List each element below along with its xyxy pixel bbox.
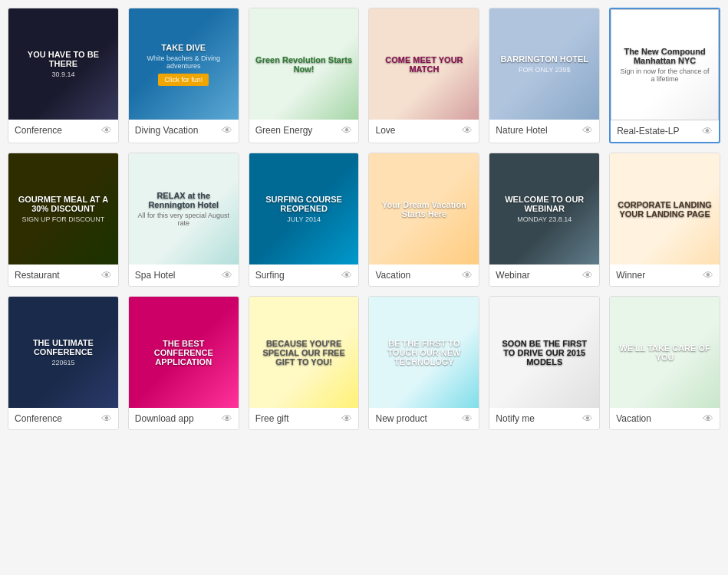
template-card-spa-hotel[interactable]: RELAX at the Rennington Hotel All for th…	[128, 153, 239, 287]
thumb-title: THE BEST CONFERENCE APPLICATION	[135, 339, 232, 366]
card-label: Notify me	[496, 413, 535, 424]
card-footer: Download app 👁	[129, 408, 239, 429]
card-label: Winner	[616, 270, 645, 281]
card-footer: Notify me 👁	[489, 408, 599, 429]
thumb-title: WE'LL TAKE CARE OF YOU	[616, 343, 713, 362]
card-thumbnail: WELCOME TO OUR WEBINAR MONDAY 23.8.14	[489, 153, 599, 264]
preview-icon[interactable]: 👁	[222, 124, 232, 136]
thumb-title: BE THE FIRST TO TOUCH OUR NEW TECHNOLOGY	[375, 339, 473, 366]
card-label: Spa Hotel	[135, 270, 176, 281]
card-thumbnail: The New Compound Manhattan NYC Sign in n…	[611, 9, 719, 120]
thumb-subtitle: MONDAY 23.8.14	[517, 215, 572, 223]
card-footer: Conference 👁	[8, 120, 118, 141]
card-label: Real-Estate-LP	[617, 126, 679, 136]
template-card-restaurant[interactable]: GOURMET MEAL AT A 30% DISCOUNT SIGN UP F…	[8, 153, 119, 287]
template-card-conference-1[interactable]: YOU HAVE TO BE THERE 30.9.14 Conference …	[8, 8, 119, 143]
template-card-vacation[interactable]: Your Dream Vacation Starts Here Vacation…	[368, 153, 479, 287]
card-thumbnail: Your Dream Vacation Starts Here	[369, 153, 479, 264]
preview-icon[interactable]: 👁	[341, 269, 352, 281]
template-card-notify-me[interactable]: SOON BE THE FIRST TO DRIVE OUR 2015 MODE…	[489, 296, 600, 430]
preview-icon[interactable]: 👁	[703, 269, 713, 281]
card-label: New product	[375, 413, 427, 424]
preview-icon[interactable]: 👁	[222, 412, 232, 425]
template-card-download-app[interactable]: THE BEST CONFERENCE APPLICATION Download…	[128, 296, 239, 430]
card-footer: Spa Hotel 👁	[129, 264, 239, 286]
card-cta-button[interactable]: Click for fun!	[158, 74, 209, 86]
card-label: Download app	[135, 413, 194, 424]
card-footer: Nature Hotel 👁	[489, 120, 599, 141]
template-card-real-estate-lp[interactable]: Real-Estate-LP The New Compound Manhatta…	[609, 8, 720, 143]
thumb-subtitle: 220615	[51, 359, 74, 366]
template-card-new-product[interactable]: BE THE FIRST TO TOUCH OUR NEW TECHNOLOGY…	[368, 296, 479, 430]
preview-icon[interactable]: 👁	[101, 124, 112, 136]
template-card-green-energy[interactable]: Green Revolution Starts Now! Green Energ…	[249, 8, 360, 143]
thumb-title: COME MEET YOUR MATCH	[375, 55, 473, 74]
card-label: Diving Vacation	[135, 125, 199, 136]
preview-icon[interactable]: 👁	[101, 412, 112, 425]
card-label: Restaurant	[15, 270, 60, 281]
card-label: Surfing	[255, 270, 285, 281]
card-label: Green Energy	[255, 125, 313, 136]
preview-icon[interactable]: 👁	[703, 412, 713, 425]
preview-icon[interactable]: 👁	[702, 125, 713, 137]
card-label: Webinar	[496, 270, 529, 281]
thumb-title: The New Compound Manhattan NYC	[618, 47, 712, 65]
card-footer: New product 👁	[369, 408, 479, 429]
preview-icon[interactable]: 👁	[582, 269, 593, 281]
card-footer: Conference 👁	[8, 408, 118, 429]
thumb-title: BECAUSE YOU'RE SPECIAL OUR FREE GIFT TO …	[255, 339, 353, 366]
thumb-title: YOU HAVE TO BE THERE	[15, 50, 112, 68]
card-thumbnail: RELAX at the Rennington Hotel All for th…	[129, 153, 239, 264]
preview-icon[interactable]: 👁	[462, 124, 473, 136]
template-card-love[interactable]: COME MEET YOUR MATCH Love 👁	[368, 8, 479, 143]
card-label: Nature Hotel	[496, 125, 547, 136]
card-label: Free gift	[255, 413, 289, 424]
thumb-title: RELAX at the Rennington Hotel	[135, 191, 232, 209]
card-label: Love	[375, 125, 395, 136]
thumb-subtitle: SIGN UP FOR DISCOUNT	[21, 215, 104, 223]
template-card-winner[interactable]: CORPORATE LANDING YOUR LANDING PAGE Winn…	[609, 153, 720, 287]
thumb-title: Your Dream Vacation Starts Here	[375, 200, 473, 219]
template-card-nature-hotel[interactable]: BARRINGTON HOTEL FOR ONLY 239$ Nature Ho…	[489, 8, 600, 143]
thumb-title: SURFING COURSE REOPENED	[255, 195, 353, 213]
preview-icon[interactable]: 👁	[462, 412, 473, 425]
preview-icon[interactable]: 👁	[341, 412, 352, 425]
template-card-surfing[interactable]: SURFING COURSE REOPENED JULY 2014 Surfin…	[249, 153, 360, 287]
card-thumbnail: THE BEST CONFERENCE APPLICATION	[129, 297, 239, 408]
thumb-title: WELCOME TO OUR WEBINAR	[496, 195, 593, 213]
template-card-vacation-2[interactable]: WE'LL TAKE CARE OF YOU Vacation 👁	[609, 296, 720, 430]
preview-icon[interactable]: 👁	[222, 269, 232, 281]
preview-icon[interactable]: 👁	[582, 124, 593, 136]
template-card-conference-2[interactable]: THE ULTIMATE CONFERENCE 220615 Conferenc…	[8, 296, 119, 430]
card-thumbnail: BE THE FIRST TO TOUCH OUR NEW TECHNOLOGY	[369, 297, 479, 408]
thumb-title: TAKE DIVE	[161, 43, 206, 52]
card-thumbnail: SURFING COURSE REOPENED JULY 2014	[249, 153, 359, 264]
template-card-diving-vacation[interactable]: TAKE DIVE White beaches & Diving adventu…	[128, 8, 239, 143]
card-thumbnail: WE'LL TAKE CARE OF YOU	[610, 297, 720, 408]
card-thumbnail: YOU HAVE TO BE THERE 30.9.14	[8, 8, 118, 120]
card-footer: Winner 👁	[610, 264, 720, 286]
card-thumbnail: BARRINGTON HOTEL FOR ONLY 239$	[489, 8, 599, 120]
thumb-title: Green Revolution Starts Now!	[255, 55, 353, 74]
card-footer: Vacation 👁	[369, 264, 479, 286]
thumb-subtitle: White beaches & Diving adventures	[135, 54, 232, 70]
thumb-title: GOURMET MEAL AT A 30% DISCOUNT	[15, 195, 112, 213]
preview-icon[interactable]: 👁	[101, 269, 112, 281]
thumb-title: CORPORATE LANDING YOUR LANDING PAGE	[616, 200, 713, 219]
card-thumbnail: TAKE DIVE White beaches & Diving adventu…	[129, 8, 239, 120]
card-thumbnail: BECAUSE YOU'RE SPECIAL OUR FREE GIFT TO …	[249, 297, 359, 408]
card-footer: Webinar 👁	[489, 264, 599, 286]
thumb-title: SOON BE THE FIRST TO DRIVE OUR 2015 MODE…	[496, 339, 593, 366]
template-card-webinar[interactable]: WELCOME TO OUR WEBINAR MONDAY 23.8.14 We…	[489, 153, 600, 287]
card-thumbnail: CORPORATE LANDING YOUR LANDING PAGE	[610, 153, 720, 264]
preview-icon[interactable]: 👁	[582, 412, 593, 425]
card-footer: Real-Estate-LP 👁	[611, 120, 719, 142]
preview-icon[interactable]: 👁	[341, 124, 352, 136]
card-thumbnail: THE ULTIMATE CONFERENCE 220615	[8, 297, 118, 408]
thumb-title: BARRINGTON HOTEL	[500, 54, 588, 64]
card-footer: Restaurant 👁	[8, 264, 118, 286]
template-card-free-gift[interactable]: BECAUSE YOU'RE SPECIAL OUR FREE GIFT TO …	[249, 296, 360, 430]
card-thumbnail: GOURMET MEAL AT A 30% DISCOUNT SIGN UP F…	[8, 153, 118, 264]
thumb-subtitle: All for this very special August rate	[135, 212, 232, 227]
preview-icon[interactable]: 👁	[462, 269, 473, 281]
